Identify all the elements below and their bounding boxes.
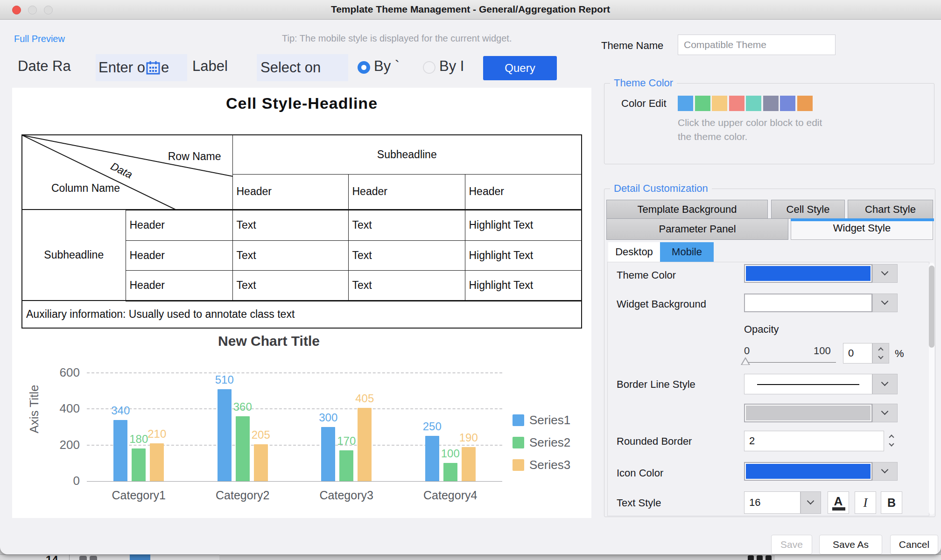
value-label-210: 210 [136,427,178,441]
rounded-border-spinner[interactable] [886,431,898,451]
date-picker-input[interactable]: Enter o e [96,54,187,81]
background-partial-text [748,555,754,560]
save-button-disabled[interactable]: Save [771,535,812,554]
font-size-dropdown[interactable] [801,491,821,514]
border-line-style-swatch[interactable] [744,374,872,394]
legend-label-series3: Series3 [529,458,570,472]
legend-label-series2: Series2 [529,435,570,450]
value-label-360: 360 [222,400,264,413]
widget-theme-color-dropdown[interactable] [872,264,898,283]
bar-series2-category4 [443,463,457,481]
border-color-swatch[interactable] [744,404,872,422]
date-placeholder-tail: e [161,59,169,76]
background-blue-cell [130,554,150,560]
bar-series1-category1 [113,420,127,481]
opacity-slider-track[interactable] [744,362,836,363]
spinner-down-icon [889,441,894,446]
param-label: Label [192,58,228,75]
radio-by-month-label: By I [439,58,464,75]
radio-by-year-label: By ` [374,58,400,75]
font-color-button[interactable]: A [828,491,849,514]
theme-name-input[interactable]: Compatible Theme [678,35,836,55]
color-hint-line2: the theme color. [678,131,747,142]
tab-template-background[interactable]: Template Background [606,200,768,219]
tab-cell-style[interactable]: Cell Style [771,200,845,219]
legend-swatch-series1 [513,414,524,426]
value-label-250: 250 [411,420,453,433]
gridline-600 [87,372,502,373]
chevron-down-icon [881,298,889,305]
select-dropdown[interactable]: Select on [257,54,348,81]
full-preview-link[interactable]: Full Preview [14,34,65,44]
italic-button[interactable]: I [855,491,876,514]
theme-color-swatch-5[interactable] [746,96,761,111]
opacity-spinner[interactable] [872,343,889,364]
theme-color-swatch-2[interactable] [695,96,710,111]
gridline-400 [87,408,502,409]
bar-series2-category3 [339,450,353,481]
theme-color-swatch-3[interactable] [712,96,727,111]
theme-management-dialog: Template Theme Management - General/Aggr… [0,0,941,554]
bold-button[interactable]: B [881,491,902,514]
value-label-300: 300 [307,411,349,424]
tab-chart-style[interactable]: Chart Style [848,200,933,219]
theme-color-swatch-1[interactable] [678,96,693,111]
rounded-border-label: Rounded Border [617,435,692,448]
y-tick-200: 200 [40,438,80,452]
bar-chart: New Chart Title Axis Title 0200400600Cat… [12,88,591,518]
spinner-down-icon [878,354,883,359]
calendar-icon [146,61,160,75]
theme-color-swatch-6[interactable] [763,96,779,111]
value-label-405: 405 [344,392,386,405]
rounded-border-input[interactable]: 2 [744,431,884,451]
detail-customization-title: Detail Customization [610,182,712,195]
background-cells [0,554,219,560]
tab-widget-style-active[interactable]: Widget Style [791,218,933,240]
icon-color-dropdown[interactable] [872,462,898,481]
query-button[interactable]: Query [483,56,557,80]
opacity-slider-handle[interactable] [741,357,750,365]
chevron-down-icon [807,497,815,505]
x-tick-category4: Category4 [408,489,492,502]
widget-theme-color-swatch[interactable] [744,264,872,283]
bar-series2-category1 [132,448,146,481]
report-preview-panel: Cell Style-Headline Row Name Data Column… [12,88,591,518]
font-color-letter: A [834,494,843,508]
widget-theme-color-label: Theme Color [617,269,676,281]
detail-customization-group: Detail Customization Template Background… [604,189,935,517]
tab-parameter-panel[interactable]: Parameter Panel [606,218,788,240]
bar-series3-category2 [254,444,268,481]
border-color-dropdown[interactable] [872,404,898,422]
radio-by-year-selected[interactable] [358,61,370,74]
theme-color-group: Theme Color Color Edit Click the upper c… [604,83,934,164]
subtab-mobile-active[interactable]: Mobile [660,242,714,262]
theme-name-label: Theme Name [601,40,663,52]
x-tick-category1: Category1 [97,489,181,502]
background-partial-text [757,555,763,560]
screen: 14 Template Theme Management - General/A… [0,0,941,560]
subtab-desktop[interactable]: Desktop [608,242,660,262]
date-range-label: Date Ra [18,58,71,75]
widget-background-dropdown[interactable] [872,294,898,312]
font-size-value[interactable]: 16 [744,491,801,514]
background-partial-text [765,555,772,560]
opacity-value-input[interactable]: 0 [843,343,872,364]
theme-color-swatch-7[interactable] [780,96,795,111]
opacity-min-label: 0 [744,345,750,357]
value-label-205: 205 [240,428,282,441]
scrollbar-thumb[interactable] [929,266,934,348]
theme-color-swatch-4[interactable] [729,96,744,111]
save-as-button[interactable]: Save As [819,535,882,554]
line-style-sample [757,384,859,385]
chevron-down-icon [881,379,889,386]
icon-color-swatch[interactable] [744,462,872,481]
border-line-style-dropdown[interactable] [872,374,898,394]
widget-background-swatch[interactable] [744,294,872,312]
radio-by-month[interactable] [423,61,435,74]
cancel-button[interactable]: Cancel [890,535,938,554]
text-style-label: Text Style [617,497,661,509]
legend-swatch-series2 [513,437,524,448]
bar-series3-category4 [462,447,476,481]
color-edit-label: Color Edit [621,98,667,110]
theme-color-swatch-8[interactable] [797,96,813,111]
